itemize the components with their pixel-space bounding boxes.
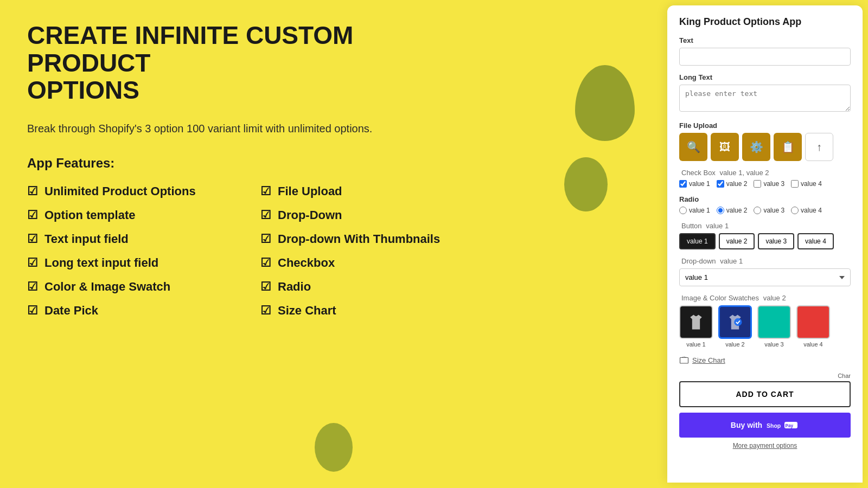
text-input[interactable]	[679, 48, 851, 66]
feature-label: Date Pick	[44, 304, 98, 318]
feature-label: File Upload	[278, 184, 342, 198]
feature-label: Unlimited Product Options	[44, 184, 196, 198]
checkbox-3[interactable]	[754, 180, 761, 188]
feature-label: Radio	[278, 280, 311, 294]
feature-item: ☑Text input field	[27, 232, 239, 246]
radio-item-3[interactable]: value 3	[754, 207, 784, 214]
check-icon: ☑	[260, 184, 271, 198]
radio-item-1[interactable]: value 1	[679, 207, 710, 214]
feature-item: ☑Unlimited Product Options	[27, 184, 239, 198]
radio-4[interactable]	[791, 207, 799, 214]
left-panel: CREATE INFINITE CUSTOM PRODUCT OPTIONS B…	[0, 0, 667, 488]
svg-text:Pay: Pay	[786, 423, 794, 428]
feature-label: Long text input field	[44, 256, 158, 270]
check-icon: ☑	[27, 208, 38, 222]
dropdown-field-label: Drop-down value 1	[679, 257, 851, 265]
button-field-label: Button value 1	[679, 222, 851, 230]
radio-3[interactable]	[754, 207, 761, 214]
panel-title: King Product Options App	[679, 16, 851, 28]
swatch-label-2: value 2	[725, 341, 744, 348]
radio-item-2[interactable]: value 2	[717, 207, 748, 214]
shop-pay-logo: Shop Pay	[767, 420, 799, 430]
features-heading: App Features:	[27, 156, 640, 171]
feature-label: Drop-Down	[278, 208, 342, 222]
check-icon: ☑	[260, 280, 271, 294]
check-icon: ☑	[27, 304, 38, 318]
shop-pay-label: Buy with	[731, 421, 762, 429]
feature-item: ☑Date Pick	[27, 304, 239, 318]
upload-icon-2[interactable]: 🖼	[711, 133, 739, 161]
upload-icon-1[interactable]: 🔍	[679, 133, 707, 161]
upload-icon-5[interactable]: ↑	[805, 133, 833, 161]
file-upload-label: File Upload	[679, 121, 851, 130]
check-icon: ☑	[260, 232, 271, 246]
subtitle: Break through Shopify's 3 option 100 var…	[27, 120, 407, 137]
size-chart-link[interactable]: Size Chart	[679, 355, 851, 365]
right-panel: King Product Options App Text Long Text …	[667, 5, 863, 483]
btn-option-1[interactable]: value 1	[679, 233, 716, 249]
shop-pay-button[interactable]: Buy with Shop Pay	[679, 413, 851, 438]
swatch-img-4	[796, 305, 830, 339]
upload-icon-3[interactable]: ⚙️	[742, 133, 770, 161]
feature-item: ☑File Upload	[260, 184, 472, 198]
check-icon: ☑	[27, 280, 38, 294]
radio-2[interactable]	[717, 207, 724, 214]
checkbox-field-label: Check Box value 1, value 2	[679, 169, 851, 177]
check-icon: ☑	[27, 232, 38, 246]
radio-group: value 1 value 2 value 3 value 4	[679, 207, 851, 214]
checkbox-2[interactable]	[717, 180, 724, 188]
main-title: CREATE INFINITE CUSTOM PRODUCT OPTIONS	[27, 22, 434, 104]
swatch-item-4[interactable]: value 4	[796, 305, 830, 348]
swatches-grid: value 1 value 2 value 3 value 4	[679, 305, 851, 348]
feature-label: Text input field	[44, 232, 129, 246]
long-text-input[interactable]	[679, 85, 851, 112]
swatch-img-2	[718, 305, 752, 339]
decorative-blob-2	[564, 157, 608, 211]
svg-text:Shop: Shop	[767, 422, 781, 429]
dropdown-select[interactable]: value 1 value 2 value 3 value 4	[679, 268, 851, 286]
radio-item-4[interactable]: value 4	[791, 207, 822, 214]
check-icon: ☑	[260, 304, 271, 318]
swatch-label-1: value 1	[686, 341, 705, 348]
swatch-img-3	[757, 305, 791, 339]
svg-rect-1	[680, 358, 688, 364]
feature-item: ☑Drop-down With Thumbnails	[260, 232, 472, 246]
more-payment-link[interactable]: More payment options	[679, 442, 851, 450]
check-icon: ☑	[27, 256, 38, 270]
size-chart-label: Size Chart	[692, 356, 725, 364]
feature-label: Option template	[44, 208, 135, 222]
swatch-item-3[interactable]: value 3	[757, 305, 791, 348]
feature-label: Checkbox	[278, 256, 335, 270]
swatches-field-label: Image & Color Swatches value 2	[679, 294, 851, 302]
checkbox-4[interactable]	[791, 180, 799, 188]
feature-item: ☑Option template	[27, 208, 239, 222]
checkbox-item-1[interactable]: value 1	[679, 180, 710, 188]
feature-label: Color & Image Swatch	[44, 280, 170, 294]
add-to-cart-button[interactable]: ADD TO CART	[679, 381, 851, 407]
upload-icon-4[interactable]: 📋	[774, 133, 802, 161]
swatch-label-3: value 3	[764, 341, 783, 348]
btn-option-4[interactable]: value 4	[797, 233, 834, 249]
checkbox-item-2[interactable]: value 2	[717, 180, 748, 188]
checkbox-item-3[interactable]: value 3	[754, 180, 784, 188]
feature-item: ☑Long text input field	[27, 256, 239, 270]
btn-option-2[interactable]: value 2	[719, 233, 755, 249]
swatch-item-2[interactable]: value 2	[718, 305, 752, 348]
checkbox-item-4[interactable]: value 4	[791, 180, 822, 188]
swatch-label-4: value 4	[803, 341, 822, 348]
svg-point-0	[734, 318, 742, 326]
checkbox-group: value 1 value 2 value 3 value 4	[679, 180, 851, 188]
char-counter: Char	[679, 373, 851, 379]
feature-item: ☑Size Chart	[260, 304, 472, 318]
long-text-field-label: Long Text	[679, 73, 851, 81]
swatch-item-1[interactable]: value 1	[679, 305, 713, 348]
button-group: value 1 value 2 value 3 value 4	[679, 233, 851, 249]
checkbox-1[interactable]	[679, 180, 687, 188]
radio-1[interactable]	[679, 207, 687, 214]
check-icon: ☑	[260, 208, 271, 222]
decorative-blob-3	[315, 423, 353, 472]
check-icon: ☑	[27, 184, 38, 198]
swatch-img-1	[679, 305, 713, 339]
decorative-blob-1	[575, 65, 635, 141]
btn-option-3[interactable]: value 3	[758, 233, 794, 249]
